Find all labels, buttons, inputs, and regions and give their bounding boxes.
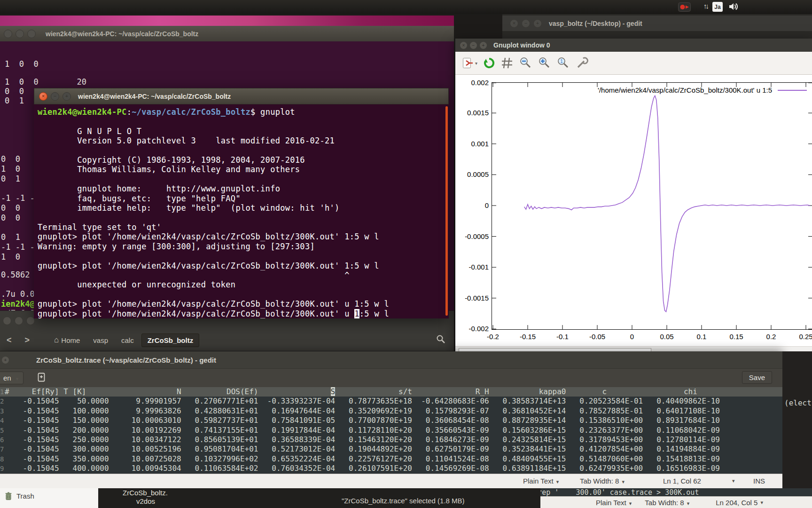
vasp-boltz-titlebar[interactable]: × − + vasp_boltz (~/Desktop) - gedit [502,16,812,31]
open-button[interactable]: en ▾ [0,372,23,384]
chevron-down-icon[interactable]: ▾ [732,478,735,484]
terminal-titlebar[interactable]: × − + wien2k4@wien2k4-PC: ~/vasp/calc/Zr… [34,88,449,104]
maximize-icon[interactable] [27,30,36,38]
terminal-line [38,213,389,222]
back-button[interactable]: < [0,335,18,345]
maximize-icon[interactable]: + [533,19,542,28]
doc-type-dropdown[interactable]: Plain Text▾ [523,477,559,485]
line-number: 4 [0,416,5,425]
terminal-text-line: 0 0 [1,203,20,213]
table-header-row[interactable]: 1# Ef[Ry] T [K] N DOS(Ef) S s/t R_H kapp… [0,387,782,397]
table-row[interactable]: 2 -0.15045 50.0000 9.99901957 0.27067771… [0,397,782,406]
maximize-icon[interactable]: + [480,42,487,49]
save-button[interactable]: Save [742,371,772,384]
cursor-position: Ln 204, Col 5 [716,499,757,507]
screen-record-icon[interactable] [678,2,691,12]
gnuplot-plot-area[interactable]: '/home/wien2k4/vasp/calc/ZrCoSb_boltz/30… [455,75,812,347]
zoom-out-icon[interactable] [519,56,532,70]
minimize-icon[interactable]: − [51,92,59,101]
terminal-text-line: 1 0 0 [5,59,39,69]
terminal-text-line: 0 0 1 [5,87,39,96]
grid-icon[interactable] [501,57,513,69]
line-number: 6 [0,435,5,444]
close-icon[interactable]: × [39,92,47,101]
line-number: 2 [0,397,5,406]
forward-button[interactable]: > [18,335,37,345]
volume-icon[interactable] [728,2,739,11]
line-number: 5 [0,426,5,435]
terminal-line: gnuplot> plot '/home/wien2k4/vasp/calc/Z… [38,299,389,309]
table-row[interactable]: 7 -0.15045 300.0000 10.00525196 0.950817… [0,444,782,454]
network-arrows-icon[interactable]: ↑↓ [703,2,708,10]
breadcrumb-vasp[interactable]: vasp [87,334,114,347]
terminal-line [38,146,389,155]
sidebar-item-trash[interactable]: Trash [5,492,34,500]
breadcrumb-home[interactable]: ⌂ Home [48,333,86,347]
zoom-in-icon[interactable] [538,56,551,70]
terminal-line: G N U P L O T [38,127,389,136]
search-icon[interactable] [436,334,445,346]
terminal-line [38,117,389,126]
close-icon[interactable]: × [510,19,518,28]
terminal-body[interactable]: wien2k4@wien2k4-PC:~/vasp/calc/ZrCoSb_bo… [34,104,449,318]
trace-gedit-titlebar[interactable]: + ZrCoSb_boltz.trace (~/vasp/calc/ZrCoSb… [0,351,782,368]
minimize-icon[interactable]: − [470,42,477,49]
terminal-line: unexpected or unrecognized token [38,280,389,289]
x-tick-label: 0.25 [792,333,812,341]
tab-width-dropdown[interactable]: Tab Width: 8▾ [645,499,689,507]
doc-type-dropdown[interactable]: Plain Text▾ [596,499,632,507]
table-row[interactable]: 5 -0.15045 200.0000 10.00192269 0.741371… [0,426,782,435]
tab-width-dropdown[interactable]: Tab Width: 8▾ [580,477,625,485]
refresh-icon[interactable] [483,57,495,69]
maximize-icon[interactable]: + [62,92,71,101]
terminal-line: Copyright (C) 1986-1993, 1998, 2004, 200… [38,155,389,165]
table-row[interactable]: 8 -0.15045 350.0000 10.00725028 0.103279… [0,454,782,464]
trace-text-area[interactable]: 1# Ef[Ry] T [K] N DOS(Ef) S s/t R_H kapp… [0,387,782,474]
legend-line-swatch [778,90,807,91]
y-tick-label: 0.0005 [456,170,489,178]
maximize-icon[interactable]: + [2,357,9,364]
close-icon[interactable]: × [460,42,467,49]
selection-status: "ZrCoSb_boltz.trace" selected (1.8 MB) [342,497,465,505]
export-plot-icon[interactable]: ▾ [462,56,477,70]
gnuplot-toolbar: ▾ [455,52,812,75]
keyboard-layout-indicator[interactable]: Ja [712,2,723,12]
y-tick-label: -0.0015 [456,294,489,302]
terminal-window: × − + wien2k4@wien2k4-PC: ~/vasp/calc/Zr… [34,88,449,318]
terminal-line [38,290,389,299]
gnuplot-titlebar[interactable]: × − + Gnuplot window 0 [455,39,812,52]
line-number: 7 [0,444,5,454]
table-row[interactable]: 6 -0.15045 250.0000 10.00347122 0.856051… [0,435,782,444]
terminal-line: gnuplot> plot '/home/wien2k4/vasp/calc/Z… [38,232,389,241]
file-manager-window-buttons[interactable] [3,317,38,325]
minimize-icon[interactable] [16,30,24,38]
minimize-icon[interactable] [15,317,23,325]
new-document-icon[interactable] [37,373,46,384]
file-item[interactable]: v2dos [136,497,155,505]
terminal-line: gnuplot home: http://www.gnuplot.info [38,184,389,193]
terminal-line: Terminal type set to 'qt' [38,222,389,232]
file-manager-sidebar: Trash [0,488,99,508]
breadcrumb-zrcosb-boltz[interactable]: ZrCoSb_boltz [141,333,200,347]
settings-wrench-icon[interactable] [575,56,588,70]
desktop: ↑↓ Ja × − + vasp_boltz (~/Desktop) - ged… [0,0,812,508]
table-row[interactable]: 3 -0.15045 100.0000 9.99963826 0.4288063… [0,406,782,416]
minimize-icon[interactable]: − [522,19,530,28]
chevron-down-icon[interactable]: ▾ [475,61,477,66]
background-terminal-titlebar[interactable]: wien2k4@wien2k4-PC: ~/vasp/calc/ZrCoSb_b… [0,26,454,42]
terminal-line: gnuplot> plot '/home/wien2k4/vasp/calc/Z… [38,309,389,318]
close-icon[interactable] [4,30,12,38]
breadcrumb-calc[interactable]: calc [116,334,140,347]
y-tick-label: -0.002 [456,325,489,333]
insert-mode-indicator[interactable]: INS [753,477,765,485]
chevron-down-icon: ▾ [16,376,19,381]
trace-gedit-toolbar: en ▾ Save [0,368,782,387]
file-item[interactable]: ZrCoSb_boltz. [123,489,168,497]
chevron-down-icon[interactable]: ▾ [760,500,763,506]
table-row[interactable]: 9 -0.15045 400.0000 10.00945304 0.110635… [0,464,782,473]
table-row[interactable]: 4 -0.15045 150.0000 10.00063010 0.598277… [0,416,782,425]
terminal-scrollbar[interactable] [445,106,448,316]
terminal-line: ^ [38,270,389,280]
zoom-reset-icon[interactable]: 1 [556,56,570,70]
close-icon[interactable] [3,317,11,325]
